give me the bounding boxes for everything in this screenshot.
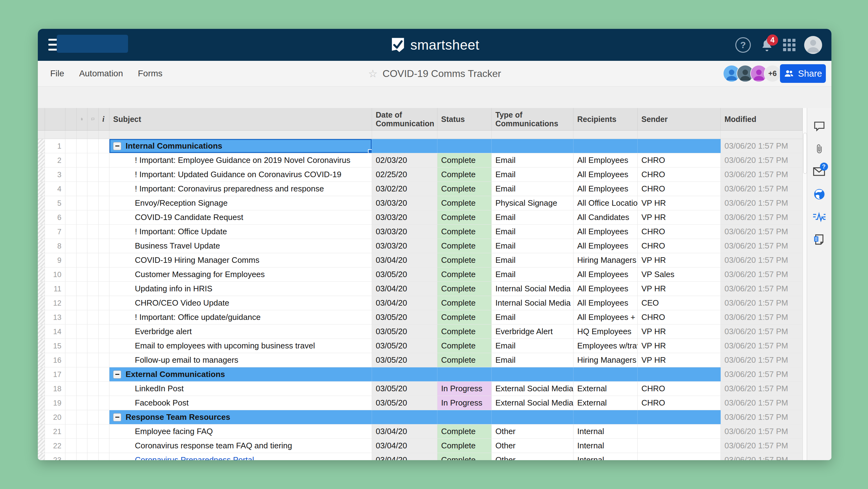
- row-number[interactable]: 7: [45, 225, 65, 239]
- status-cell[interactable]: Complete: [437, 182, 492, 196]
- share-button[interactable]: Share: [780, 64, 826, 83]
- date-cell[interactable]: 03/04/20: [372, 439, 437, 453]
- status-cell[interactable]: Complete: [437, 453, 492, 460]
- row-info-cell[interactable]: [99, 253, 110, 267]
- row-select-cell[interactable]: [65, 353, 76, 367]
- row-attachment-cell[interactable]: [76, 396, 87, 410]
- date-cell[interactable]: 03/05/20: [372, 353, 437, 367]
- subject-cell[interactable]: Updating info in HRIS: [110, 282, 372, 296]
- header-row-number-cell[interactable]: [45, 108, 65, 130]
- row-info-cell[interactable]: [99, 353, 110, 367]
- recipients-cell[interactable]: All Employees: [574, 267, 638, 281]
- type-cell[interactable]: Email: [492, 182, 574, 196]
- row-info-cell[interactable]: [99, 310, 110, 324]
- modified-cell[interactable]: 03/06/20 1:57 PM: [721, 225, 803, 239]
- row-info-cell[interactable]: [99, 439, 110, 453]
- row-select-cell[interactable]: [65, 425, 76, 438]
- recipients-cell[interactable]: External: [574, 396, 638, 410]
- sender-cell[interactable]: CHRO: [638, 168, 721, 181]
- recipients-cell[interactable]: All Employees: [574, 153, 638, 167]
- recipients-cell[interactable]: [574, 410, 638, 424]
- status-cell[interactable]: [437, 139, 492, 153]
- modified-cell[interactable]: 03/06/20 1:57 PM: [721, 196, 803, 210]
- subject-cell[interactable]: ! Important: Office Update: [110, 225, 372, 239]
- type-cell[interactable]: Email: [492, 239, 574, 253]
- row-info-cell[interactable]: [99, 182, 110, 196]
- type-cell[interactable]: [492, 367, 574, 381]
- modified-cell[interactable]: 03/06/20 1:57 PM: [721, 182, 803, 196]
- row-drag-handle[interactable]: [38, 225, 45, 239]
- row-drag-handle[interactable]: [38, 382, 45, 396]
- sender-cell[interactable]: CEO: [638, 296, 721, 310]
- type-cell[interactable]: Email: [492, 225, 574, 239]
- subject-cell[interactable]: COVID-19 Hiring Manager Comms: [110, 253, 372, 267]
- type-cell[interactable]: Physical Signage: [492, 196, 574, 210]
- modified-cell[interactable]: 03/06/20 1:57 PM: [721, 353, 803, 367]
- row-number[interactable]: 2: [45, 153, 65, 167]
- row-attachment-cell[interactable]: [76, 225, 87, 239]
- row-comment-cell[interactable]: [87, 239, 99, 253]
- subject-cell[interactable]: Coronavirus Preparedness Portal: [110, 453, 372, 460]
- row-number[interactable]: 23: [45, 453, 65, 460]
- status-cell[interactable]: Complete: [437, 239, 492, 253]
- date-cell[interactable]: 03/05/20: [372, 382, 437, 396]
- row-drag-handle[interactable]: [38, 324, 45, 339]
- type-cell[interactable]: Other: [492, 453, 574, 460]
- row-comment-cell[interactable]: [87, 139, 99, 153]
- row-select-cell[interactable]: [65, 282, 76, 296]
- row-number[interactable]: 18: [45, 382, 65, 396]
- recipients-cell[interactable]: Internal: [574, 453, 638, 460]
- row-info-cell[interactable]: [99, 425, 110, 438]
- favorite-star-icon[interactable]: ☆: [368, 67, 378, 80]
- row-number[interactable]: 13: [45, 310, 65, 324]
- status-cell[interactable]: [437, 410, 492, 424]
- row-info-cell[interactable]: [99, 168, 110, 181]
- row-comment-cell[interactable]: [87, 425, 99, 438]
- row-number[interactable]: 12: [45, 296, 65, 310]
- row-attachment-cell[interactable]: [76, 453, 87, 460]
- row-drag-handle[interactable]: [38, 253, 45, 267]
- row-action-column-header[interactable]: i: [99, 108, 110, 130]
- status-cell[interactable]: [437, 367, 492, 381]
- notifications-icon[interactable]: 4: [760, 37, 774, 52]
- type-cell[interactable]: Email: [492, 310, 574, 324]
- row-attachment-cell[interactable]: [76, 153, 87, 167]
- date-cell[interactable]: 03/02/20: [372, 182, 437, 196]
- subject-cell[interactable]: Customer Messaging for Employees: [110, 267, 372, 281]
- sender-cell[interactable]: VP HR: [638, 253, 721, 267]
- collapse-toggle-icon[interactable]: [113, 371, 121, 378]
- date-cell[interactable]: 03/05/20: [372, 310, 437, 324]
- date-cell[interactable]: 03/04/20: [372, 282, 437, 296]
- modified-cell[interactable]: 03/06/20 1:57 PM: [721, 425, 803, 438]
- status-cell[interactable]: Complete: [437, 425, 492, 438]
- row-drag-handle[interactable]: [38, 310, 45, 324]
- row-number[interactable]: 8: [45, 239, 65, 253]
- row-attachment-cell[interactable]: [76, 410, 87, 424]
- status-cell[interactable]: Complete: [437, 225, 492, 239]
- status-cell[interactable]: Complete: [437, 153, 492, 167]
- recipients-cell[interactable]: [574, 139, 638, 153]
- row-comment-cell[interactable]: [87, 225, 99, 239]
- search-input[interactable]: [57, 35, 128, 53]
- row-number[interactable]: 17: [45, 367, 65, 381]
- menu-item-automation[interactable]: Automation: [79, 68, 123, 79]
- sender-cell[interactable]: CHRO: [638, 310, 721, 324]
- menu-item-forms[interactable]: Forms: [138, 68, 162, 79]
- type-cell[interactable]: Other: [492, 439, 574, 453]
- row-attachment-cell[interactable]: [76, 310, 87, 324]
- collaborator-overflow-count[interactable]: +6: [764, 65, 781, 82]
- type-cell[interactable]: Email: [492, 210, 574, 224]
- row-select-cell[interactable]: [65, 382, 76, 396]
- subject-cell[interactable]: Business Travel Update: [110, 239, 372, 253]
- date-cell[interactable]: 03/03/20: [372, 239, 437, 253]
- row-select-cell[interactable]: [65, 296, 76, 310]
- status-cell[interactable]: Complete: [437, 210, 492, 224]
- type-cell[interactable]: [492, 410, 574, 424]
- row-comment-cell[interactable]: [87, 210, 99, 224]
- subject-cell[interactable]: ! Important: Coronavirus preparedness an…: [110, 182, 372, 196]
- column-header-date[interactable]: Date of Communication: [372, 108, 437, 130]
- row-select-cell[interactable]: [65, 153, 76, 167]
- row-info-cell[interactable]: [99, 196, 110, 210]
- row-info-cell[interactable]: [99, 296, 110, 310]
- type-cell[interactable]: Email: [492, 267, 574, 281]
